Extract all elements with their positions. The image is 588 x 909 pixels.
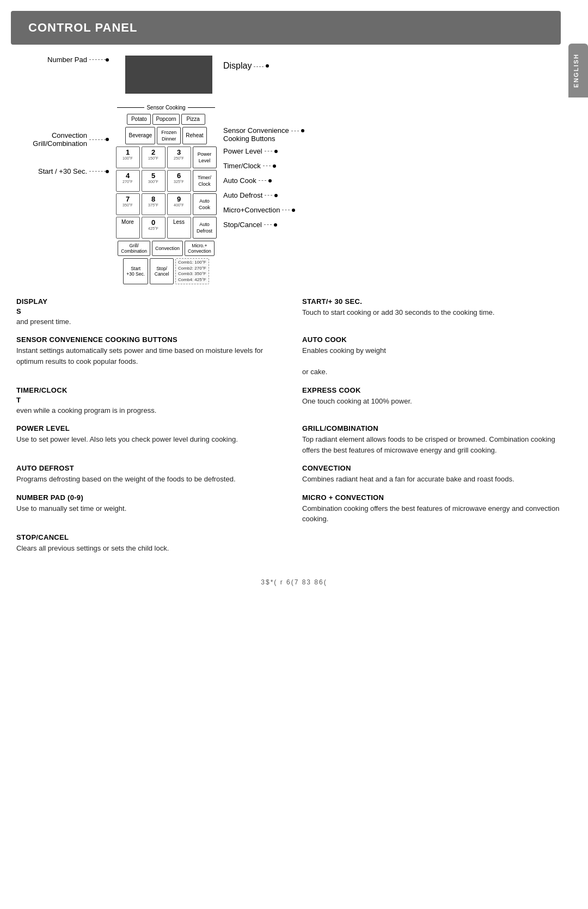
desc-autocook-title: AUTO COOK	[302, 335, 572, 344]
desc-powerlevel-body: Use to set power level. Also lets you ch…	[16, 434, 286, 445]
number-pad-label: Number Pad	[47, 56, 87, 64]
desc-timer-body: even while a cooking program is in progr…	[16, 405, 286, 416]
popcorn-button[interactable]: Popcorn	[152, 114, 179, 125]
defrost-dash	[265, 195, 272, 196]
desc-numberpad-title: NUMBER PAD (0-9)	[16, 493, 286, 502]
left-labels: Number Pad ConvectionGrill/Combination S…	[16, 56, 109, 181]
sensor-line-right	[188, 107, 215, 108]
desc-stopcancel-body: Clears all previous settings or sets the…	[16, 543, 286, 554]
right-autocook-label: Auto Cook	[223, 176, 338, 185]
power-dot	[274, 150, 278, 153]
start-button[interactable]: Start+30 Sec.	[123, 258, 148, 284]
right-microconv-label: Micro+Convection	[223, 206, 338, 214]
convection-button[interactable]: Convection	[152, 241, 183, 256]
desc-grill-title: GRILL/COMBINATION	[302, 424, 572, 432]
desc-expresscook-title: EXPRESS COOK	[302, 386, 572, 394]
autocook-dash	[259, 180, 266, 181]
microconv-dash	[282, 210, 290, 210]
desc-convection-body: Combines radiant heat and a fan for accu…	[302, 474, 572, 485]
right-timer-label: Timer/Clock	[223, 162, 338, 170]
desc-microconv: MICRO + CONVECTION Combination cooking o…	[302, 493, 572, 524]
reheat-button[interactable]: Reheat	[182, 127, 206, 144]
num-7[interactable]: 7350°F	[116, 193, 140, 215]
potato-button[interactable]: Potato	[127, 114, 151, 125]
desc-expresscook: EXPRESS COOK One touch cooking at 100% p…	[302, 386, 572, 416]
desc-start30-body: Touch to start cooking or add 30 seconds…	[302, 307, 572, 318]
number-side-area: 1100°F 2150°F 3250°F 4270°F 5300°F 6325°…	[116, 147, 217, 239]
num-8[interactable]: 8375°F	[142, 193, 166, 215]
desc-autocook-body: Enables cooking by weightor cake.	[302, 345, 572, 377]
sensor-row-2: Beverage FrozenDinner Reheat	[125, 127, 206, 144]
beverage-button[interactable]: Beverage	[125, 127, 155, 144]
stop-cancel-text: Stop/Cancel	[223, 221, 262, 229]
sensor-cooking-label: Sensor Cooking	[146, 105, 185, 111]
right-labels: Display Sensor ConvenienceCooking Button…	[223, 56, 338, 229]
desc-grill: GRILL/COMBINATION Top radiant element al…	[302, 424, 572, 455]
display-dot	[266, 64, 269, 68]
desc-convection-title: CONVECTION	[302, 464, 572, 472]
combo1: Comb1: 100°F	[178, 260, 206, 265]
display-screen	[125, 56, 212, 94]
auto-cook-text: Auto Cook	[223, 176, 256, 185]
num-6[interactable]: 6325°F	[167, 170, 191, 192]
timer-dash	[263, 166, 271, 166]
start-dot	[106, 170, 109, 173]
right-power-label: Power Level	[223, 147, 338, 155]
bottom-row: Grill/Combination Convection Micro.+Conv…	[118, 241, 214, 256]
grill-combination-button[interactable]: Grill/Combination	[118, 241, 150, 256]
power-level-text: Power Level	[223, 147, 262, 155]
num-less[interactable]: Less	[167, 217, 191, 239]
power-level-button[interactable]: PowerLevel	[193, 147, 217, 168]
sensor-cooking-bar: Sensor Cooking	[117, 105, 215, 111]
convection-dot	[106, 138, 109, 141]
desc-stopcancel-title: STOP/CANCEL	[16, 533, 286, 541]
page-header: CONTROL PANEL	[11, 11, 561, 45]
desc-autocook: AUTO COOK Enables cooking by weightor ca…	[302, 335, 572, 377]
timer-clock-button[interactable]: Timer/Clock	[193, 170, 217, 192]
stop-dot	[274, 223, 277, 227]
left-label-convection-grill: ConvectionGrill/Combination	[33, 131, 109, 148]
num-1[interactable]: 1100°F	[116, 147, 140, 168]
display-dash	[254, 66, 264, 67]
combo2: Comb2: 270°F	[178, 266, 206, 271]
micro-convection-button[interactable]: Micro.+Convection	[185, 241, 215, 256]
combo3: Comb3: 350°F	[178, 271, 206, 277]
num-4[interactable]: 4270°F	[116, 170, 140, 192]
num-5[interactable]: 5300°F	[142, 170, 166, 192]
side-buttons: PowerLevel Timer/Clock AutoCook AutoDefr…	[193, 147, 217, 239]
auto-defrost-button[interactable]: AutoDefrost	[193, 217, 217, 239]
num-more[interactable]: More	[116, 217, 140, 239]
desc-start30: START/+ 30 SEC. Touch to start cooking o…	[302, 297, 572, 327]
side-tab: ENGLISH	[568, 44, 588, 97]
start-cancel-row: Start+30 Sec. Stop/Cancel Comb1: 100°F C…	[123, 258, 209, 284]
num-2[interactable]: 2150°F	[142, 147, 166, 168]
desc-display: DISPLAY S and present time.	[16, 297, 286, 327]
start-30-label: Start / +30 Sec.	[38, 167, 87, 175]
combo-temps-box: Comb1: 100°F Comb2: 270°F Comb3: 350°F C…	[175, 258, 209, 284]
num-9[interactable]: 9400°F	[167, 193, 191, 215]
desc-powerlevel: POWER LEVEL Use to set power level. Also…	[16, 424, 286, 455]
sensor-dash	[291, 131, 299, 131]
num-3[interactable]: 3250°F	[167, 147, 191, 168]
desc-display-subtitle: S	[16, 307, 286, 315]
timer-clock-text: Timer/Clock	[223, 162, 261, 170]
page-title: CONTROL PANEL	[28, 21, 137, 34]
num-0[interactable]: 0425°F	[142, 217, 166, 239]
frozen-dinner-button[interactable]: FrozenDinner	[157, 127, 181, 144]
sensor-row-1: Potato Popcorn Pizza	[127, 114, 205, 125]
sensor-convenience-text: Sensor ConvenienceCooking Buttons	[223, 126, 289, 143]
display-row	[114, 56, 212, 99]
desc-display-body: and present time.	[16, 316, 286, 327]
desc-timer-subtitle: T	[16, 396, 286, 404]
desc-sensor: SENSOR CONVENIENCE COOKING BUTTONS Insta…	[16, 335, 286, 377]
stop-cancel-button[interactable]: Stop/Cancel	[150, 258, 174, 284]
power-dash	[265, 151, 272, 151]
pizza-button[interactable]: Pizza	[181, 114, 205, 125]
start-dash	[89, 171, 106, 172]
descriptions-section: DISPLAY S and present time. START/+ 30 S…	[11, 297, 577, 563]
desc-expresscook-body: One touch cooking at 100% power.	[302, 396, 572, 407]
auto-cook-button[interactable]: AutoCook	[193, 193, 217, 215]
desc-numberpad-body: Use to manually set time or weight.	[16, 503, 286, 514]
desc-microconv-title: MICRO + CONVECTION	[302, 493, 572, 502]
convection-dash	[89, 139, 106, 140]
